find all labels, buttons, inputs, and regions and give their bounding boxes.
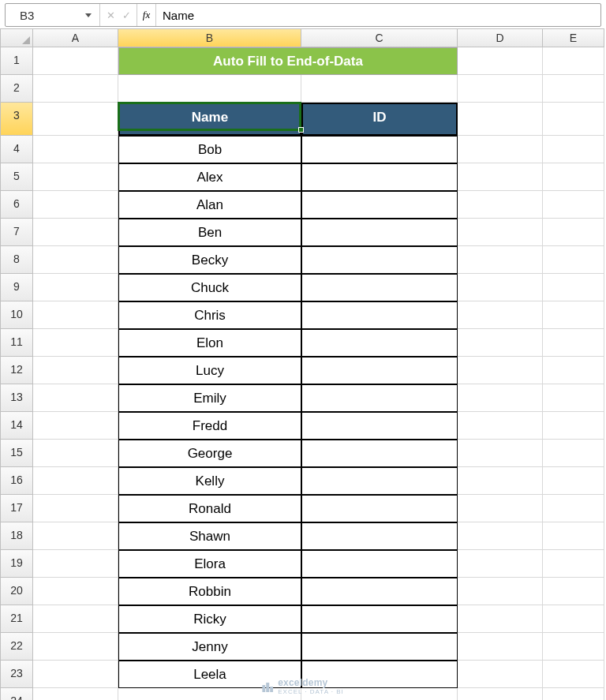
cell-D15[interactable]: [458, 440, 543, 467]
row-header-4[interactable]: 4: [0, 136, 33, 163]
row-header-20[interactable]: 20: [0, 578, 33, 605]
cell-A6[interactable]: [33, 191, 118, 219]
name-box[interactable]: B3: [6, 4, 100, 26]
id-cell[interactable]: [301, 522, 458, 550]
cell-D6[interactable]: [458, 191, 543, 219]
col-header-D[interactable]: D: [458, 28, 543, 47]
id-cell[interactable]: [301, 219, 458, 246]
col-header-A[interactable]: A: [33, 28, 118, 47]
cell-D5[interactable]: [458, 163, 543, 191]
cell-A15[interactable]: [33, 440, 118, 467]
cell-A24[interactable]: [33, 688, 118, 700]
row-header-11[interactable]: 11: [0, 329, 33, 357]
formula-input[interactable]: Name: [156, 4, 600, 26]
row-header-23[interactable]: 23: [0, 661, 33, 688]
id-cell[interactable]: [301, 412, 458, 440]
fx-button[interactable]: fx: [137, 4, 156, 26]
cell-D1[interactable]: [458, 47, 543, 75]
cell-E11[interactable]: [543, 329, 604, 357]
row-header-10[interactable]: 10: [0, 301, 33, 329]
cell-A21[interactable]: [33, 605, 118, 633]
cell-E21[interactable]: [543, 605, 604, 633]
cell-E14[interactable]: [543, 412, 604, 440]
cell-B2[interactable]: [118, 75, 301, 103]
id-cell[interactable]: [301, 274, 458, 301]
row-header-17[interactable]: 17: [0, 495, 33, 522]
cell-D9[interactable]: [458, 274, 543, 301]
id-cell[interactable]: [301, 357, 458, 384]
col-header-B[interactable]: B: [118, 28, 301, 47]
id-cell[interactable]: [301, 578, 458, 605]
row-header-6[interactable]: 6: [0, 191, 33, 219]
col-header-E[interactable]: E: [543, 28, 604, 47]
name-cell[interactable]: Chuck: [118, 274, 301, 301]
cell-D8[interactable]: [458, 246, 543, 274]
cell-C2[interactable]: [301, 75, 458, 103]
header-id-cell[interactable]: ID: [301, 103, 458, 136]
id-cell[interactable]: [301, 633, 458, 661]
cell-D13[interactable]: [458, 384, 543, 412]
title-cell[interactable]: Auto Fill to End-of-Data: [118, 47, 458, 75]
row-header-1[interactable]: 1: [0, 47, 33, 75]
cell-E3[interactable]: [543, 103, 604, 136]
name-cell[interactable]: Ronald: [118, 495, 301, 522]
name-cell[interactable]: Bob: [118, 136, 301, 163]
cell-A5[interactable]: [33, 163, 118, 191]
name-cell[interactable]: Elora: [118, 550, 301, 578]
cell-D4[interactable]: [458, 136, 543, 163]
name-cell[interactable]: Becky: [118, 246, 301, 274]
cell-E13[interactable]: [543, 384, 604, 412]
cell-E5[interactable]: [543, 163, 604, 191]
cell-E18[interactable]: [543, 522, 604, 550]
cell-E7[interactable]: [543, 219, 604, 246]
cell-D3[interactable]: [458, 103, 543, 136]
id-cell[interactable]: [301, 136, 458, 163]
name-cell[interactable]: Ben: [118, 219, 301, 246]
row-header-7[interactable]: 7: [0, 219, 33, 246]
cell-A10[interactable]: [33, 301, 118, 329]
row-header-12[interactable]: 12: [0, 357, 33, 384]
cell-A17[interactable]: [33, 495, 118, 522]
cell-A2[interactable]: [33, 75, 118, 103]
cell-E22[interactable]: [543, 633, 604, 661]
name-cell[interactable]: Fredd: [118, 412, 301, 440]
id-cell[interactable]: [301, 384, 458, 412]
cell-A9[interactable]: [33, 274, 118, 301]
cell-E20[interactable]: [543, 578, 604, 605]
cell-D21[interactable]: [458, 605, 543, 633]
name-cell[interactable]: Alan: [118, 191, 301, 219]
name-box-dropdown-icon[interactable]: [82, 9, 95, 21]
cell-A7[interactable]: [33, 219, 118, 246]
row-header-2[interactable]: 2: [0, 75, 33, 103]
row-header-9[interactable]: 9: [0, 274, 33, 301]
cell-A20[interactable]: [33, 578, 118, 605]
cell-D7[interactable]: [458, 219, 543, 246]
name-cell[interactable]: Robbin: [118, 578, 301, 605]
row-header-21[interactable]: 21: [0, 605, 33, 633]
row-header-18[interactable]: 18: [0, 522, 33, 550]
cell-E24[interactable]: [543, 688, 604, 700]
cell-D24[interactable]: [458, 688, 543, 700]
name-cell[interactable]: George: [118, 440, 301, 467]
cell-D11[interactable]: [458, 329, 543, 357]
id-cell[interactable]: [301, 329, 458, 357]
cell-D20[interactable]: [458, 578, 543, 605]
cell-A19[interactable]: [33, 550, 118, 578]
row-header-19[interactable]: 19: [0, 550, 33, 578]
name-cell[interactable]: Elon: [118, 329, 301, 357]
cell-D17[interactable]: [458, 495, 543, 522]
header-name-cell[interactable]: Name: [118, 103, 301, 136]
cell-D16[interactable]: [458, 467, 543, 495]
id-cell[interactable]: [301, 191, 458, 219]
cell-D12[interactable]: [458, 357, 543, 384]
row-header-13[interactable]: 13: [0, 384, 33, 412]
fill-handle[interactable]: [298, 127, 304, 133]
id-cell[interactable]: [301, 550, 458, 578]
id-cell[interactable]: [301, 246, 458, 274]
cell-A22[interactable]: [33, 633, 118, 661]
name-cell[interactable]: Chris: [118, 301, 301, 329]
row-header-16[interactable]: 16: [0, 467, 33, 495]
name-cell[interactable]: Lucy: [118, 357, 301, 384]
cell-E8[interactable]: [543, 246, 604, 274]
cell-A12[interactable]: [33, 357, 118, 384]
